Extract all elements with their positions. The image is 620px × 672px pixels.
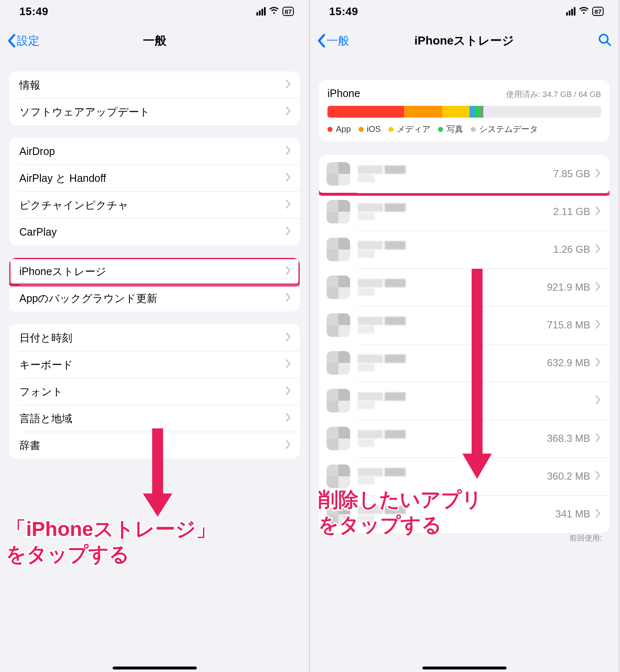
search-button[interactable] — [598, 33, 612, 49]
row-label: ソフトウェアアップデート — [19, 105, 285, 119]
app-icon — [327, 313, 350, 337]
chevron-right-icon — [285, 266, 291, 277]
search-icon — [598, 33, 612, 47]
row-label: 情報 — [19, 78, 285, 92]
group-about: 情報 ソフトウェアアップデート — [9, 71, 300, 125]
cellular-signal-icon — [566, 7, 575, 16]
nav-header: 一般 iPhoneストレージ — [310, 23, 619, 59]
app-icon — [327, 465, 350, 488]
chevron-right-icon — [595, 320, 601, 331]
app-row[interactable]: 7.85 GB — [319, 155, 609, 193]
row-label: CarPlay — [19, 226, 285, 238]
page-title: iPhoneストレージ — [414, 33, 514, 49]
app-row[interactable]: 632.9 MB — [319, 344, 609, 382]
status-bar: 15:49 87 — [0, 0, 309, 23]
storage-used-label: 使用済み: 34.7 GB / 64 GB — [506, 89, 601, 100]
page-title: 一般 — [143, 33, 166, 49]
chevron-right-icon — [595, 357, 601, 368]
app-row[interactable]: 715.8 MB — [319, 306, 609, 344]
row-software-update[interactable]: ソフトウェアアップデート — [9, 98, 300, 125]
chevron-right-icon — [595, 282, 601, 293]
group-system: 日付と時刻 キーボード フォント 言語と地域 辞書 — [9, 324, 300, 459]
chevron-right-icon — [595, 206, 601, 217]
row-about[interactable]: 情報 — [9, 71, 300, 98]
chevron-right-icon — [595, 395, 601, 406]
chevron-right-icon — [595, 471, 601, 482]
row-carplay[interactable]: CarPlay — [9, 218, 300, 245]
app-size: 341 MB — [555, 508, 590, 520]
row-pip[interactable]: ピクチャインピクチャ — [9, 192, 300, 218]
row-fonts[interactable]: フォント — [9, 378, 300, 405]
chevron-right-icon — [285, 386, 291, 397]
app-icon — [327, 427, 350, 450]
app-size: 2.11 GB — [553, 206, 590, 218]
home-indicator[interactable] — [113, 667, 197, 669]
status-icons: 87 — [256, 5, 294, 17]
chevron-left-icon — [317, 34, 326, 48]
status-icons: 87 — [566, 5, 604, 17]
app-name-redacted — [358, 468, 547, 485]
legend-sys: システムデータ — [479, 123, 538, 135]
home-indicator[interactable] — [422, 667, 507, 669]
app-row[interactable]: 921.9 MB — [319, 268, 609, 306]
app-icon — [327, 502, 350, 526]
chevron-right-icon — [595, 244, 601, 255]
row-airplay[interactable]: AirPlay と Handoff — [9, 165, 300, 192]
app-size: 1.26 GB — [553, 244, 590, 255]
row-background-refresh[interactable]: Appのバックグラウンド更新 — [9, 285, 300, 312]
chevron-right-icon — [285, 440, 291, 451]
back-label: 設定 — [17, 33, 40, 48]
app-size: 368.3 MB — [547, 433, 590, 444]
app-name-redacted — [358, 354, 547, 371]
group-storage: iPhoneストレージ Appのバックグラウンド更新 — [9, 258, 300, 312]
row-iphone-storage[interactable]: iPhoneストレージ — [9, 258, 300, 285]
last-used-label: 前回使用: — [310, 533, 619, 545]
row-label: ピクチャインピクチャ — [19, 198, 285, 212]
left-screenshot: 15:49 87 設定 一般 情報 ソフトウェアアップデート AirDrop — [0, 0, 310, 672]
app-row[interactable]: 341 MB — [319, 495, 609, 533]
chevron-right-icon — [595, 509, 601, 520]
chevron-right-icon — [285, 293, 291, 304]
app-row[interactable]: 360.2 MB — [319, 457, 609, 495]
back-button[interactable]: 一般 — [317, 33, 349, 48]
status-time: 15:49 — [19, 5, 48, 18]
row-language-region[interactable]: 言語と地域 — [9, 405, 300, 432]
chevron-right-icon — [285, 359, 291, 370]
app-list: 7.85 GB 2.11 GB 1.26 GB 921.9 MB 715.8 M… — [319, 155, 609, 533]
app-size: 360.2 MB — [547, 470, 590, 482]
app-name-redacted — [358, 203, 553, 220]
row-airdrop[interactable]: AirDrop — [9, 138, 300, 165]
chevron-right-icon — [285, 146, 291, 157]
row-date-time[interactable]: 日付と時刻 — [9, 324, 300, 351]
app-icon — [327, 200, 350, 223]
app-icon — [327, 238, 350, 261]
row-keyboard[interactable]: キーボード — [9, 351, 300, 378]
group-connectivity: AirDrop AirPlay と Handoff ピクチャインピクチャ Car… — [9, 138, 300, 245]
chevron-right-icon — [285, 200, 291, 210]
app-row[interactable]: 368.3 MB — [319, 420, 609, 457]
wifi-icon — [269, 5, 279, 17]
right-screenshot: 15:49 87 一般 iPhoneストレージ iPhone 使用済み: 34.… — [310, 0, 620, 672]
row-dictionary[interactable]: 辞書 — [9, 432, 300, 459]
row-label: キーボード — [19, 358, 285, 372]
app-size: 632.9 MB — [547, 357, 590, 369]
app-name-redacted — [358, 279, 547, 296]
storage-summary-card: iPhone 使用済み: 34.7 GB / 64 GB App iOS メディ… — [319, 80, 609, 142]
battery-icon: 87 — [282, 7, 294, 16]
chevron-right-icon — [285, 106, 291, 117]
back-label: 一般 — [327, 33, 349, 48]
app-name-redacted — [358, 317, 547, 333]
app-icon — [327, 389, 350, 412]
app-icon — [327, 351, 350, 375]
legend-media: メディア — [397, 123, 430, 135]
row-label: フォント — [19, 385, 285, 399]
chevron-right-icon — [595, 433, 601, 444]
app-row[interactable]: 2.11 GB — [319, 193, 609, 231]
app-row[interactable] — [319, 382, 609, 420]
row-label: 言語と地域 — [19, 412, 285, 425]
back-button[interactable]: 設定 — [7, 33, 40, 48]
status-bar: 15:49 87 — [310, 0, 619, 23]
svg-line-1 — [607, 42, 610, 45]
app-row[interactable]: 1.26 GB — [319, 231, 609, 268]
row-label: AirDrop — [19, 145, 285, 158]
